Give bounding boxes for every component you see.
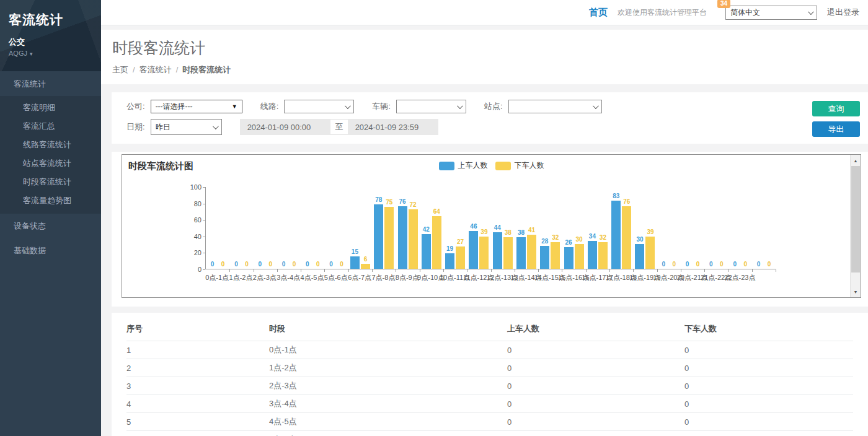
table-cell: 0 bbox=[507, 377, 684, 395]
bar-wrap: 44 bbox=[493, 225, 502, 269]
logout-link[interactable]: 退出登录 bbox=[827, 7, 859, 18]
chart-plot: 0000000000001567875767242641927463944383… bbox=[205, 187, 776, 269]
legend-label: 下车人数 bbox=[515, 160, 544, 171]
app-window: 客流统计 公交 AQGJ▾ 客流统计 客流明细客流汇总线路客流统计站点客流统计时… bbox=[0, 0, 868, 436]
account-dropdown[interactable]: AQGJ▾ bbox=[9, 50, 101, 57]
language-select[interactable]: 简体中文 bbox=[725, 6, 817, 20]
sidebar-item-device-status[interactable]: 设备状态 bbox=[0, 214, 101, 238]
x-axis-label: 4点-5点 bbox=[300, 273, 324, 282]
bar-value-label: 46 bbox=[470, 224, 477, 230]
line-filter: 线路: bbox=[260, 100, 355, 113]
sidebar-subitem[interactable]: 客流明细 bbox=[0, 98, 101, 117]
bar-wrap: 78 bbox=[374, 197, 383, 269]
table-cell: 3点-4点 bbox=[269, 395, 507, 413]
sidebar: 客流统计 公交 AQGJ▾ 客流统计 客流明细客流汇总线路客流统计站点客流统计时… bbox=[0, 0, 101, 436]
date-preset-select[interactable]: 昨日 bbox=[151, 119, 222, 135]
chart-x-axis-labels: 0点-1点1点-2点2点-3点3点-4点4点-5点5点-6点6点-7点7点-8点… bbox=[205, 273, 776, 282]
legend-item[interactable]: 下车人数 bbox=[495, 160, 544, 171]
legend-item[interactable]: 上车人数 bbox=[439, 160, 488, 171]
sidebar-subitem[interactable]: 线路客流统计 bbox=[0, 136, 101, 154]
y-axis-label: 60 bbox=[183, 216, 202, 224]
bar-wrap: 28 bbox=[540, 238, 549, 269]
bar bbox=[456, 246, 465, 269]
page-heading: 时段客流统计 主页/客流统计/时段客流统计 bbox=[101, 30, 868, 84]
x-axis-label: 3点-4点 bbox=[277, 273, 300, 282]
bar-value-label: 34 bbox=[589, 233, 596, 240]
y-axis-label: 40 bbox=[183, 233, 202, 240]
table-header-cell: 序号 bbox=[126, 318, 269, 341]
bar-wrap: 0 bbox=[313, 261, 322, 269]
caret-down-icon: ▾ bbox=[30, 51, 33, 57]
company-select[interactable]: ---请选择--- ▼ bbox=[151, 100, 242, 113]
chart-scrollbar: ▲ ▼ bbox=[850, 155, 861, 297]
x-axis-label: · bbox=[752, 273, 776, 282]
filter-row-1: 公司: ---请选择--- ▼ 线路: 车辆: bbox=[126, 100, 800, 113]
breadcrumb: 主页/客流统计/时段客流统计 bbox=[112, 64, 868, 76]
bar-value-label: 42 bbox=[423, 227, 430, 233]
bar-wrap: 0 bbox=[683, 261, 692, 269]
bar-group: 4438 bbox=[491, 187, 515, 269]
export-button[interactable]: 导出 bbox=[812, 121, 860, 137]
bar-value-label: 0 bbox=[662, 261, 666, 268]
content-area: 公司: ---请选择--- ▼ 线路: 车辆: bbox=[101, 84, 868, 436]
breadcrumb-passenger-stats[interactable]: 客流统计 bbox=[140, 65, 172, 74]
home-link[interactable]: 首页 bbox=[589, 7, 608, 19]
bar-wrap: 0 bbox=[337, 261, 347, 269]
sidebar-subitem[interactable]: 站点客流统计 bbox=[0, 154, 101, 173]
sidebar-subitem[interactable]: 时段客流统计 bbox=[0, 173, 101, 191]
bar-wrap: 15 bbox=[350, 249, 360, 269]
table-row: 65点-6点00 bbox=[126, 431, 853, 436]
bar-wrap: 0 bbox=[717, 261, 726, 269]
bar-group: 7672 bbox=[396, 187, 419, 269]
x-axis-label: 2点-3点 bbox=[253, 273, 277, 282]
bar-value-label: 75 bbox=[386, 199, 392, 206]
bar-wrap: 0 bbox=[754, 261, 763, 269]
bar-wrap: 0 bbox=[255, 261, 265, 269]
table-cell: 0 bbox=[684, 359, 853, 377]
bar-value-label: 6 bbox=[364, 256, 368, 263]
sidebar-subitem[interactable]: 客流量趋势图 bbox=[0, 191, 101, 210]
bar-value-label: 0 bbox=[696, 261, 700, 268]
bar bbox=[516, 237, 526, 269]
bar-wrap: 0 bbox=[290, 261, 299, 269]
sidebar-menu: 客流统计 客流明细客流汇总线路客流统计站点客流统计时段客流统计客流量趋势图 设备… bbox=[0, 72, 101, 263]
bar-group: 00 bbox=[229, 187, 253, 269]
bar-value-label: 72 bbox=[409, 202, 416, 208]
table-cell: 5 bbox=[126, 413, 269, 431]
chart-legend: 上车人数下车人数 bbox=[439, 160, 544, 171]
scrollbar-thumb[interactable] bbox=[851, 166, 860, 272]
query-button[interactable]: 查询 bbox=[812, 101, 860, 116]
chevron-down-icon bbox=[592, 103, 598, 109]
bar-value-label: 0 bbox=[306, 261, 309, 268]
sidebar-item-passenger-stats[interactable]: 客流统计 bbox=[0, 72, 101, 96]
bar-wrap: 30 bbox=[575, 237, 584, 269]
bar-wrap: 0 bbox=[208, 261, 217, 269]
y-axis-tick bbox=[203, 204, 205, 204]
table-cell: 6 bbox=[126, 431, 269, 436]
date-start-input[interactable]: 2024-01-09 00:00 bbox=[240, 119, 330, 135]
line-select[interactable] bbox=[284, 100, 354, 113]
bar bbox=[540, 246, 549, 269]
company-name: 公交 bbox=[9, 37, 101, 48]
bar-value-label: 0 bbox=[258, 261, 262, 268]
bar-value-label: 0 bbox=[720, 261, 724, 268]
table-cell: 0 bbox=[507, 359, 684, 377]
station-select[interactable] bbox=[508, 100, 602, 113]
scrollbar-down-arrow[interactable]: ▼ bbox=[851, 287, 861, 297]
bar-value-label: 19 bbox=[446, 246, 453, 252]
bar-value-label: 83 bbox=[613, 193, 619, 199]
bar-wrap: 19 bbox=[445, 246, 454, 269]
scrollbar-up-arrow[interactable]: ▲ bbox=[851, 155, 861, 165]
sidebar-subitem[interactable]: 客流汇总 bbox=[0, 117, 101, 136]
bar-wrap: 76 bbox=[398, 199, 407, 269]
chevron-down-icon bbox=[345, 103, 351, 109]
bar-group: 00 bbox=[752, 187, 776, 269]
legend-swatch bbox=[495, 162, 511, 170]
vehicle-select[interactable] bbox=[396, 100, 466, 113]
welcome-text: 欢迎使用客流统计管理平台 bbox=[618, 7, 707, 18]
bar-value-label: 0 bbox=[268, 261, 272, 268]
bar-value-label: 0 bbox=[211, 261, 215, 268]
date-end-input[interactable]: 2024-01-09 23:59 bbox=[348, 119, 438, 135]
sidebar-item-base-data[interactable]: 基础数据 bbox=[0, 238, 101, 263]
breadcrumb-home[interactable]: 主页 bbox=[112, 65, 128, 74]
